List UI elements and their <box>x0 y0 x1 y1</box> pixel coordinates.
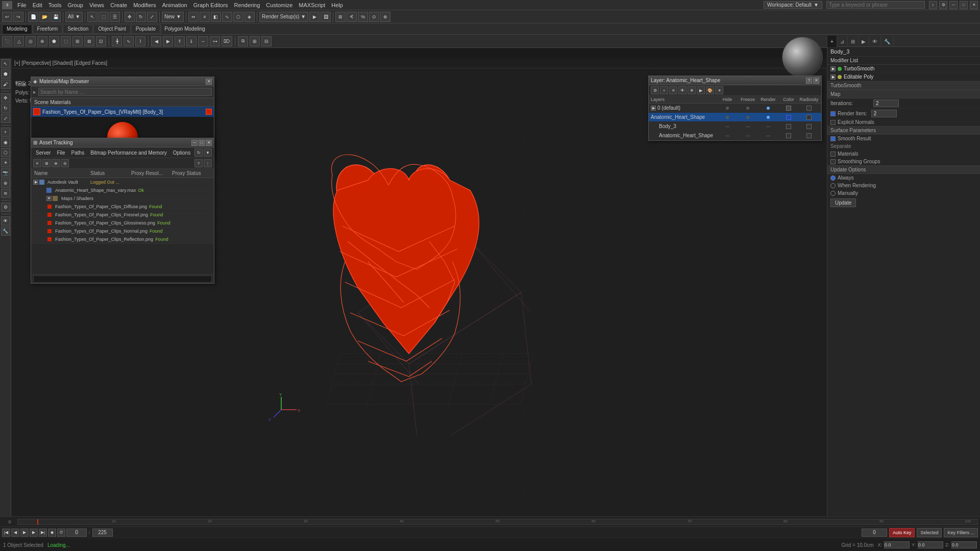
redo-btn[interactable]: ↪ <box>13 12 23 22</box>
poly-extra-3[interactable]: ⊟ <box>261 36 272 46</box>
select-obj-btn[interactable]: ↖ <box>87 12 97 22</box>
asset-thumb-view-icon[interactable]: ⊞ <box>42 159 51 167</box>
mirror-btn[interactable]: ⇔ <box>188 12 199 22</box>
angle-snap-btn[interactable]: ∢ <box>347 12 357 22</box>
lt-paint-sel-btn[interactable]: 🖌 <box>1 80 10 89</box>
tab-modeling[interactable]: Modeling <box>2 24 32 34</box>
ignore-backface-btn[interactable]: ⊗ <box>380 12 390 22</box>
poly-tool-9[interactable]: ⊡ <box>96 36 106 46</box>
heart-child-color-swatch[interactable] <box>786 133 791 138</box>
render-frame-btn[interactable]: 🖼 <box>321 12 331 22</box>
lt-poly-select-btn[interactable]: ⬟ <box>1 69 10 79</box>
heart-child-radiosity-check[interactable] <box>806 133 812 138</box>
menu-create[interactable]: Create <box>107 1 130 9</box>
poly-tool-19[interactable]: ⌦ <box>222 36 232 46</box>
align-btn[interactable]: ≡ <box>200 12 210 22</box>
layers-close-btn[interactable]: ✕ <box>813 78 819 84</box>
always-radio[interactable] <box>830 176 836 181</box>
asset-filter-icon[interactable]: ▼ <box>204 148 212 157</box>
snap-toggle-btn[interactable]: ⊞ <box>335 12 346 22</box>
iterations-input[interactable] <box>873 99 899 107</box>
rp-tab-create[interactable]: + <box>827 36 837 47</box>
asset-menu-bitmap[interactable]: Bitmap Performance and Memory <box>88 149 169 156</box>
render-btn[interactable]: ▶ <box>309 12 320 22</box>
lt-move-btn[interactable]: ✥ <box>1 93 10 103</box>
material-item-fashion[interactable]: Fashion_Types_Of_Paper_Clips_{VRayMtl} [… <box>31 107 214 117</box>
layers-freeze-icon[interactable]: ❄ <box>688 86 696 94</box>
poly-tool-4[interactable]: ⊕ <box>37 36 47 46</box>
schematic-btn[interactable]: ⬡ <box>233 12 243 22</box>
rotate-btn[interactable]: ↻ <box>136 12 146 22</box>
poly-extra-2[interactable]: ⊞ <box>250 36 260 46</box>
maximize-icon[interactable]: □ <box>960 1 968 9</box>
layer-btn[interactable]: ◧ <box>211 12 221 22</box>
heart-color-swatch[interactable] <box>786 115 791 120</box>
asset-options-icon[interactable]: ⋮ <box>204 159 212 167</box>
material-browser-close-btn[interactable]: ✕ <box>206 79 212 85</box>
render-iters-input[interactable] <box>871 110 897 117</box>
turbsmooth-modifier-item[interactable]: ▶ TurboSmooth <box>827 65 980 73</box>
search-input[interactable] <box>826 1 925 9</box>
poly-tool-10[interactable]: ╋ <box>112 36 122 46</box>
manually-radio[interactable] <box>830 191 836 196</box>
time-field-input[interactable] <box>862 529 887 537</box>
asset-menu-server[interactable]: Server <box>33 149 53 156</box>
layer-row-body3[interactable]: Body_3 — — — <box>649 122 821 131</box>
poly-tool-1[interactable]: ⬛ <box>2 36 12 46</box>
default-render-toggle[interactable] <box>767 107 770 110</box>
lt-shape-btn[interactable]: ⬡ <box>1 148 10 157</box>
asset-collapse-all-icon[interactable]: ⊖ <box>61 159 69 167</box>
smooth-result-checkbox[interactable] <box>830 136 836 141</box>
default-freeze-toggle[interactable] <box>746 107 749 110</box>
layers-color-icon[interactable]: 🎨 <box>706 86 714 94</box>
info-icon[interactable]: i <box>929 1 937 9</box>
asset-list-view-icon[interactable]: ≡ <box>33 159 41 167</box>
default-expand-icon[interactable]: ▶ <box>651 106 656 111</box>
explicit-normals-checkbox[interactable] <box>830 120 836 125</box>
poly-tool-17[interactable]: ↔ <box>198 36 208 46</box>
layers-new-icon[interactable]: + <box>660 86 668 94</box>
x-coord-input[interactable] <box>884 541 910 548</box>
new-dropdown[interactable]: New ▼ <box>162 12 184 22</box>
asset-row-maps-folder[interactable]: ▼ Maps / Shaders <box>37 194 214 203</box>
layers-titlebar[interactable]: Layer: Anatomic_Heart_Shape ? ✕ <box>649 76 821 85</box>
body3-radiosity-check[interactable] <box>806 124 812 129</box>
play-btn[interactable]: ▶ <box>20 529 29 537</box>
key-filters-btn[interactable]: Key Filters ... <box>944 528 978 537</box>
menu-rendering[interactable]: Rendering <box>231 1 263 9</box>
rp-tab-modify[interactable]: ⊿ <box>837 36 848 47</box>
menu-views[interactable]: Views <box>86 1 107 9</box>
default-color-swatch[interactable] <box>786 106 791 111</box>
asset-row-normal[interactable]: Fashion_Types_Of_Paper_Clips_Normal.png … <box>31 227 214 235</box>
asset-path-input[interactable] <box>33 276 212 283</box>
poly-tool-16[interactable]: ⇓ <box>186 36 197 46</box>
menu-modifiers[interactable]: Modifiers <box>130 1 159 9</box>
when-rendering-radio[interactable] <box>830 183 836 188</box>
menu-help[interactable]: Help <box>328 1 346 9</box>
tab-populate[interactable]: Populate <box>131 24 160 34</box>
material-editor-btn[interactable]: ◈ <box>244 12 255 22</box>
layer-row-heart-shape[interactable]: Anatomic_Heart_Shape <box>649 113 821 122</box>
total-frames-input[interactable] <box>92 529 113 537</box>
layers-help-btn[interactable]: ? <box>806 78 812 84</box>
asset-menu-options[interactable]: Options <box>170 149 193 156</box>
poly-extra-1[interactable]: ⧉ <box>238 36 248 46</box>
asset-tracking-titlebar[interactable]: ⊞ Asset Tracking ─ □ ✕ <box>31 138 214 147</box>
poly-tool-7[interactable]: ⊞ <box>72 36 83 46</box>
move-btn[interactable]: ✥ <box>125 12 135 22</box>
tab-freeform[interactable]: Freeform <box>33 24 63 34</box>
lt-cameras-btn[interactable]: 📷 <box>1 168 10 178</box>
selected-btn[interactable]: Selected <box>917 528 942 537</box>
editpoly-expand-icon[interactable]: ▶ <box>830 74 836 80</box>
lt-scale-btn[interactable]: ⤢ <box>1 114 10 123</box>
poly-tool-14[interactable]: ▶ <box>163 36 173 46</box>
key-mode-btn[interactable]: ◆ <box>48 529 56 537</box>
layers-radiosity-icon[interactable]: ☀ <box>715 86 723 94</box>
heart-radiosity-check[interactable] <box>806 115 812 120</box>
heart-freeze-toggle[interactable] <box>746 116 749 119</box>
select-by-name-btn[interactable]: ☰ <box>110 12 120 22</box>
undo-btn[interactable]: ↩ <box>2 12 12 22</box>
rp-tab-hierarchy[interactable]: ⊞ <box>848 36 859 47</box>
poly-tool-13[interactable]: ◀ <box>151 36 161 46</box>
heart-hide-toggle[interactable] <box>726 116 729 119</box>
